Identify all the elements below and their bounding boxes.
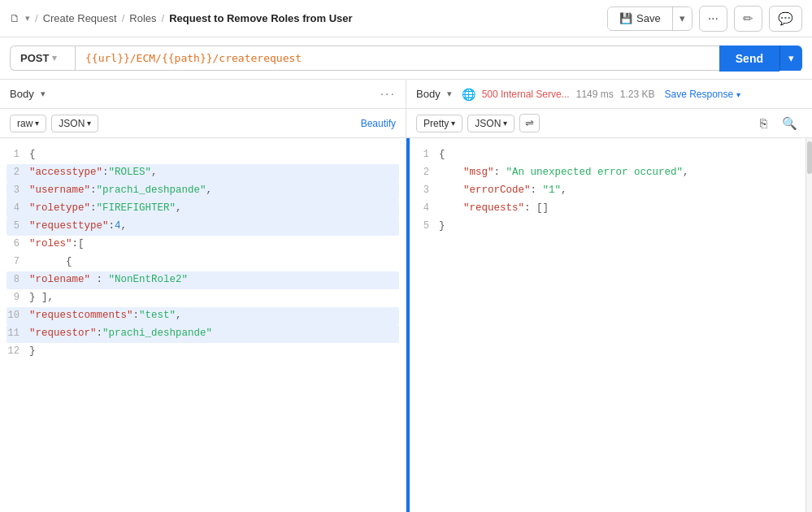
left-panel: Body ▾ ··· raw ▾ JSON ▾ Beautify 1 { 2 <box>0 80 406 512</box>
right-panel-header: Body ▾ 🌐 500 Internal Serve... 1149 ms 1… <box>406 80 812 109</box>
url-input[interactable] <box>75 46 719 71</box>
syntax-chevron-icon: ▾ <box>87 119 91 128</box>
save-icon: 💾 <box>619 12 632 24</box>
code-line-8: 8 "rolename" : "NonEntRole2" <box>7 271 399 289</box>
header-actions: 💾 Save ▾ ··· ✏ 💬 <box>607 6 802 32</box>
left-toolbar: raw ▾ JSON ▾ Beautify <box>0 109 406 138</box>
left-panel-chevron-icon[interactable]: ▾ <box>41 89 46 99</box>
right-panel-chevron-icon[interactable]: ▾ <box>447 89 452 99</box>
right-json-label: JSON <box>475 118 501 129</box>
resp-code-line-1: 1 { <box>416 146 799 164</box>
right-toolbar: Pretty ▾ JSON ▾ ⇌ ⎘ 🔍 <box>406 109 812 138</box>
panels: Body ▾ ··· raw ▾ JSON ▾ Beautify 1 { 2 <box>0 80 812 512</box>
raw-format-select[interactable]: raw ▾ <box>10 115 46 132</box>
json-label: JSON <box>59 118 85 129</box>
url-bar: POST ▾ Send ▾ <box>0 37 812 80</box>
breadcrumb-dropdown[interactable]: ▾ <box>25 13 30 24</box>
right-code-wrapper: 1 { 2 "msg": "An unexpected error occure… <box>406 138 812 512</box>
wrap-icon[interactable]: ⇌ <box>519 114 540 132</box>
timing-value: 1149 ms <box>576 89 614 100</box>
save-dropdown-button[interactable]: ▾ <box>673 7 692 29</box>
response-extras: 🌐 500 Internal Serve... 1149 ms 1.23 KB … <box>462 88 740 101</box>
globe-icon: 🌐 <box>462 88 475 101</box>
breadcrumb-current: Request to Remove Roles from User <box>169 12 352 24</box>
method-chevron-icon: ▾ <box>52 53 57 63</box>
code-line-3: 3 "username":"prachi_deshpande", <box>7 182 399 200</box>
raw-label: raw <box>17 118 33 129</box>
left-panel-more-button[interactable]: ··· <box>380 87 396 102</box>
code-line-9: 9 } ], <box>7 289 399 307</box>
right-json-syntax-select[interactable]: JSON ▾ <box>467 115 515 132</box>
pencil-icon: ✏ <box>743 11 753 25</box>
resp-code-line-4: 4 "requests": [] <box>416 200 799 218</box>
size-value: 1.23 KB <box>620 89 655 100</box>
save-response-chevron-icon: ▾ <box>736 90 740 99</box>
right-syntax-chevron-icon: ▾ <box>503 119 507 128</box>
resp-code-line-2: 2 "msg": "An unexpected error occured", <box>416 164 799 182</box>
breadcrumb-sep2: / <box>122 12 125 24</box>
code-line-6: 6 "roles":[ <box>7 236 399 254</box>
save-response-button[interactable]: Save Response ▾ <box>664 89 740 100</box>
breadcrumb-sep3: / <box>162 12 165 24</box>
pretty-format-select[interactable]: Pretty ▾ <box>416 115 462 132</box>
more-options-button[interactable]: ··· <box>699 6 727 32</box>
save-button[interactable]: 💾 Save <box>608 7 672 29</box>
resp-code-line-5: 5 } <box>416 218 799 236</box>
status-badge: 500 Internal Serve... <box>482 89 570 100</box>
code-line-7: 7 { <box>7 254 399 271</box>
resp-code-line-3: 3 "errorCode": "1", <box>416 182 799 200</box>
breadcrumb-create-request[interactable]: Create Request <box>43 12 117 24</box>
edit-button[interactable]: ✏ <box>734 6 762 32</box>
pretty-chevron-icon: ▾ <box>451 119 455 128</box>
search-icon[interactable]: 🔍 <box>777 114 802 133</box>
code-line-1: 1 { <box>7 146 399 164</box>
code-line-2: 2 "accesstype":"ROLES", <box>7 164 399 182</box>
pretty-label: Pretty <box>423 118 449 129</box>
right-scrollbar[interactable] <box>805 138 812 512</box>
comment-icon: 💬 <box>778 11 793 25</box>
beautify-button[interactable]: Beautify <box>361 118 396 129</box>
send-button[interactable]: Send <box>719 46 779 72</box>
right-panel: Body ▾ 🌐 500 Internal Serve... 1149 ms 1… <box>406 80 812 512</box>
right-scrollbar-thumb[interactable] <box>807 141 812 174</box>
copy-icon[interactable]: ⎘ <box>755 114 772 132</box>
code-line-11: 11 "requestor":"prachi_deshpande" <box>7 325 399 343</box>
doc-icon: 🗋 <box>10 12 20 24</box>
right-panel-label: Body <box>416 88 441 100</box>
format-chevron-icon: ▾ <box>35 119 39 128</box>
left-code-area[interactable]: 1 { 2 "accesstype":"ROLES", 3 "username"… <box>0 138 406 512</box>
header: 🗋 ▾ / Create Request / Roles / Request t… <box>0 0 812 37</box>
comment-button[interactable]: 💬 <box>769 6 802 32</box>
json-syntax-select[interactable]: JSON ▾ <box>51 115 98 132</box>
method-label: POST <box>20 52 49 64</box>
breadcrumb: 🗋 ▾ / Create Request / Roles / Request t… <box>10 12 353 24</box>
code-line-5: 5 "requesttype":4, <box>7 218 399 236</box>
left-panel-header: Body ▾ ··· <box>0 80 406 109</box>
send-dropdown-button[interactable]: ▾ <box>779 46 802 71</box>
method-dropdown[interactable]: POST ▾ <box>10 46 75 71</box>
breadcrumb-roles[interactable]: Roles <box>129 12 156 24</box>
code-line-12: 12 } <box>7 343 399 361</box>
code-line-10: 10 "requestcomments":"test", <box>7 307 399 325</box>
code-line-4: 4 "roletype":"FIREFIGHTER", <box>7 200 399 218</box>
right-code-area[interactable]: 1 { 2 "msg": "An unexpected error occure… <box>410 138 805 512</box>
breadcrumb-sep: / <box>35 12 38 24</box>
left-panel-label: Body <box>10 88 34 100</box>
save-btn-group: 💾 Save ▾ <box>607 7 693 31</box>
send-btn-group: Send ▾ <box>719 46 802 72</box>
